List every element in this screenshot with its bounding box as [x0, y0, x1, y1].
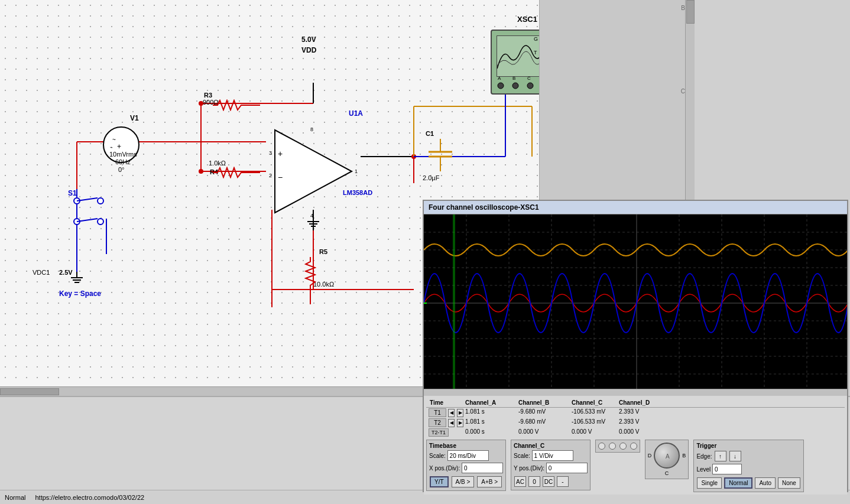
svg-text:8: 8: [310, 126, 313, 132]
chc-ypos-label: Y pos.(Div):: [514, 465, 544, 472]
chc-ypos-input[interactable]: [546, 463, 588, 473]
timebase-xpos-input[interactable]: [462, 463, 503, 473]
osc-scrollbar[interactable]: [424, 389, 847, 396]
vdd-label: VDD: [301, 46, 316, 54]
h-scroll-thumb[interactable]: [0, 388, 59, 395]
t1-row: T1 ◀ ▶ 1.081 s -9.680 mV -106.533 mV 2.3…: [426, 408, 845, 418]
svg-point-70: [527, 83, 533, 89]
osc-title-bar[interactable]: Four channel oscilloscope-XSC1: [424, 201, 847, 214]
zero-button[interactable]: 0: [528, 476, 540, 487]
svg-marker-47: [275, 130, 352, 213]
t2-chc: 2.393 V: [618, 418, 665, 427]
xsc1-label: XSC1: [517, 15, 537, 24]
c1-label: C1: [426, 130, 434, 137]
svg-text:+: +: [117, 142, 121, 151]
u1a-label: U1A: [349, 109, 363, 118]
svg-text:+: +: [278, 149, 283, 158]
trigger-knob-area: D A B C: [645, 440, 689, 479]
radio1[interactable]: [598, 443, 605, 450]
osc-measurements-header: Time Channel_A Channel_B Channel_C Chann…: [426, 398, 845, 408]
c1-component: [426, 139, 455, 174]
t1-chb: -106.533 mV: [570, 408, 618, 417]
t2t1-row: T2-T1 0.000 s 0.000 V 0.000 V 0.000 V: [426, 428, 845, 437]
r4-component: [213, 167, 260, 178]
trigger-knob[interactable]: A: [654, 443, 680, 469]
svg-text:A: A: [666, 453, 670, 460]
t2t1-label: T2-T1: [429, 428, 449, 437]
status-url-text: https://eletro.electro.comodo/03/02/22: [35, 494, 144, 501]
trigger-group: Trigger Edge: ↑ ↓ Level Single Normal Au…: [693, 440, 804, 492]
s1-component: [65, 183, 112, 230]
chc-scale-label: Scale:: [514, 453, 530, 459]
svg-point-11: [411, 154, 416, 159]
r3-component: [213, 99, 260, 111]
t2-row: T2 ◀ ▶ 1.081 s -9.680 mV -106.533 mV 2.3…: [426, 418, 845, 428]
apb-button[interactable]: A+B >: [477, 476, 502, 487]
t2t1-chb: 0.000 V: [570, 428, 618, 437]
t1-cha: -9.680 mV: [517, 408, 570, 417]
svg-text:A: A: [498, 76, 501, 81]
minus-button[interactable]: -: [557, 476, 569, 487]
svg-text:−: −: [278, 173, 283, 182]
t2-left-btn[interactable]: ◀: [448, 419, 455, 427]
auto-button[interactable]: Auto: [755, 477, 776, 489]
oscilloscope-window[interactable]: Four channel oscilloscope-XSC1: [423, 200, 848, 492]
t1-label: T1: [429, 408, 446, 417]
knob-b-label: B: [682, 453, 686, 459]
t2t1-chc: 0.000 V: [618, 428, 665, 437]
status-normal: Normal: [5, 494, 25, 501]
falling-edge-btn[interactable]: ↓: [729, 451, 741, 461]
svg-text:G: G: [534, 36, 538, 42]
ground-vdc: [68, 272, 86, 290]
knob-c-label: C: [665, 470, 669, 476]
trigger-level-input[interactable]: [712, 464, 742, 474]
osc-bottom-controls: Timebase Scale: X pos.(Div): Y/T A/B > A…: [426, 440, 845, 492]
timebase-xpos-label: X pos.(Div):: [429, 465, 460, 472]
c1-value: 2.0µF: [423, 174, 439, 181]
svg-point-68: [512, 83, 518, 89]
yt-button[interactable]: Y/T: [430, 476, 449, 487]
osc-screen: [424, 214, 847, 389]
t2-right-btn[interactable]: ▶: [457, 419, 463, 427]
none-button[interactable]: None: [778, 477, 800, 489]
level-label: Level: [696, 466, 711, 473]
v-scroll-thumb[interactable]: [686, 0, 695, 24]
t2-time: 1.081 s: [464, 418, 517, 427]
timebase-label: Timebase: [429, 443, 503, 449]
key-label: Key = Space: [59, 290, 101, 298]
t1-left-btn[interactable]: ◀: [448, 409, 455, 417]
t1-right-btn[interactable]: ▶: [457, 409, 463, 417]
col-chb: Channel_B: [517, 399, 570, 406]
v1-label: V1: [130, 114, 139, 122]
radio3[interactable]: [619, 443, 627, 450]
r3-label: R3: [204, 92, 212, 99]
status-normal-text: Normal: [5, 494, 25, 501]
normal-button[interactable]: Normal: [724, 477, 752, 489]
rising-edge-btn[interactable]: ↑: [715, 451, 726, 461]
osc-controls: Time Channel_A Channel_B Channel_C Chann…: [424, 396, 847, 495]
edge-label: Edge:: [696, 453, 712, 460]
t2-label: T2: [429, 418, 446, 427]
svg-text:~: ~: [112, 136, 116, 143]
v1-value2: 60Hz: [115, 158, 131, 165]
channel-c-group: Channel_C Scale: Y pos.(Div): AC 0 DC -: [511, 440, 591, 490]
t2t1-cha: 0.000 V: [517, 428, 570, 437]
radio4[interactable]: [630, 443, 637, 450]
ab-button[interactable]: A/B >: [452, 476, 475, 487]
r5-component: [304, 257, 316, 304]
timebase-group: Timebase Scale: X pos.(Div): Y/T A/B > A…: [426, 440, 506, 491]
svg-text:3: 3: [269, 150, 272, 156]
radio2[interactable]: [609, 443, 616, 450]
r5-value: 10.0kΩ: [313, 281, 334, 288]
timebase-scale-input[interactable]: [447, 450, 489, 461]
single-button[interactable]: Single: [697, 477, 722, 489]
col-chd: Channel_D: [618, 399, 665, 406]
chc-scale-input[interactable]: [532, 450, 573, 461]
dc-button[interactable]: DC: [543, 476, 554, 487]
vdc1-label: VDC1: [33, 269, 50, 276]
radio-group: [595, 440, 640, 453]
vdd-value: 5.0V: [301, 35, 316, 44]
ac-button[interactable]: AC: [514, 476, 526, 487]
svg-point-35: [98, 198, 103, 204]
t1-chc: 2.393 V: [618, 408, 665, 417]
